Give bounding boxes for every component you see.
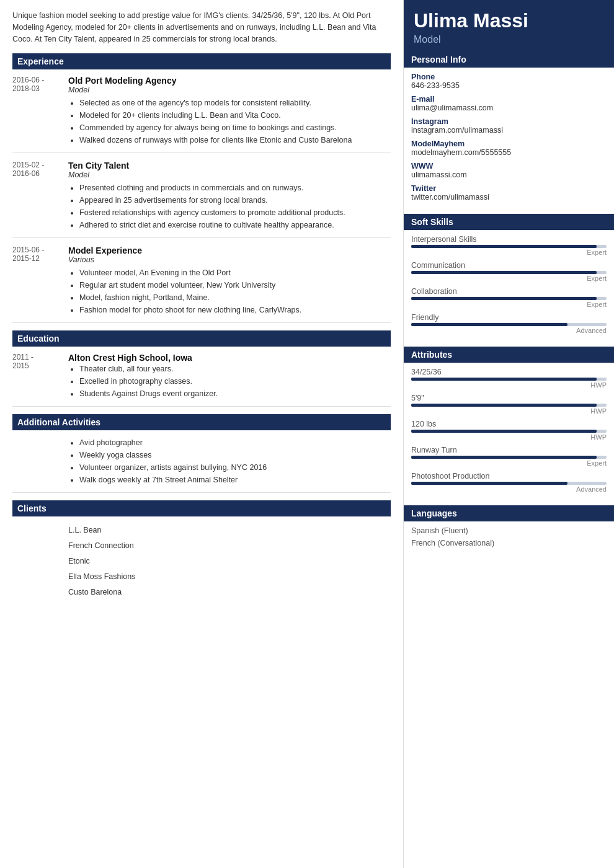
attribute-item: Photoshoot Production Advanced [411, 472, 607, 493]
lang-name: Spanish (Fluent) [411, 526, 607, 535]
attr-bar-fill [411, 404, 597, 407]
skill-bar-bg [411, 323, 607, 326]
skill-level-label: Expert [411, 275, 607, 282]
skill-bar-bg [411, 297, 607, 300]
exp-bullets: Selected as one of the agency's top mode… [68, 97, 391, 146]
full-name: Ulima Massi [414, 10, 604, 32]
exp-content: Ten City Talent Model Presented clothing… [68, 161, 391, 231]
bullet-item: Students Against Drugs event organizer. [79, 388, 391, 400]
activity-item: Walk dogs weekly at 7th Street Animal Sh… [79, 474, 391, 486]
attr-level-label: HWP [411, 433, 607, 441]
language-item: French (Conversational) [411, 539, 607, 547]
language-item: Spanish (Fluent) [411, 526, 607, 535]
bullet-item: Fostered relationships with agency custo… [79, 206, 391, 219]
attr-level-label: HWP [411, 381, 607, 389]
languages-header: Languages [404, 505, 614, 521]
exp-dates: 2015-02 -2016-06 [12, 161, 68, 231]
experience-item: 2015-06 -2015-12 Model Experience Variou… [12, 246, 391, 323]
attr-name: Photoshoot Production [411, 472, 607, 480]
right-header: Ulima Massi Model [404, 0, 614, 51]
contact-label: ModelMayhem [411, 140, 607, 148]
skill-bar-bg [411, 271, 607, 274]
bullet-item: Modeled for 20+ clients including L.L. B… [79, 109, 391, 122]
contact-item: Twitter twitter.com/ulimamassi [411, 184, 607, 202]
activities-section: Additional Activities Avid photographerW… [12, 414, 391, 493]
bullet-item: Appeared in 25 advertisements for strong… [79, 194, 391, 206]
skill-name: Friendly [411, 313, 607, 322]
bullet-item: Excelled in photography classes. [79, 375, 391, 388]
edu-bullets: Theater club, all four years.Excelled in… [68, 363, 391, 400]
client-item: Ella Moss Fashions [68, 569, 391, 585]
job-title: Model [414, 34, 604, 45]
attr-bar-fill [411, 378, 597, 381]
attr-bar-fill [411, 456, 597, 459]
exp-bullets: Volunteer model, An Evening in the Old P… [68, 267, 391, 316]
left-column: Unique fashion model seeking to add pres… [0, 0, 403, 868]
exp-title: Model [68, 86, 391, 94]
experience-item: 2016-06 -2018-03 Old Port Modeling Agenc… [12, 76, 391, 153]
edu-content: Alton Crest High School, Iowa Theater cl… [68, 353, 391, 400]
soft-skills-header: Soft Skills [404, 214, 614, 230]
exp-company: Ten City Talent [68, 161, 391, 170]
skill-bar-fill [411, 271, 597, 274]
exp-company: Old Port Modeling Agency [68, 76, 391, 86]
bullet-item: Volunteer model, An Evening in the Old P… [79, 267, 391, 279]
exp-bullets: Presented clothing and products in comme… [68, 182, 391, 231]
education-header: Education [12, 330, 391, 347]
client-item: French Connection [68, 538, 391, 554]
exp-title: Model [68, 170, 391, 179]
attr-level-label: Advanced [411, 485, 607, 493]
education-item: 2011 -2015 Alton Crest High School, Iowa… [12, 353, 391, 407]
education-section: Education 2011 -2015 Alton Crest High Sc… [12, 330, 391, 407]
attributes-header: Attributes [404, 347, 614, 363]
bullet-item: Selected as one of the agency's top mode… [79, 97, 391, 109]
activities-header: Additional Activities [12, 414, 391, 430]
bullet-item: Fashion model for photo shoot for new cl… [79, 304, 391, 316]
attr-bar-fill [411, 430, 597, 433]
experience-header: Experience [12, 53, 391, 69]
attr-name: 120 lbs [411, 420, 607, 428]
attr-bar-bg [411, 430, 607, 433]
contact-item: WWW ulimamassi.com [411, 162, 607, 179]
skill-item: Communication Expert [411, 261, 607, 282]
bullet-item: Walked dozens of runways with poise for … [79, 134, 391, 146]
skill-bar-fill [411, 323, 567, 326]
skill-item: Friendly Advanced [411, 313, 607, 334]
contact-value: ulima@ulimamassi.com [411, 104, 607, 112]
clients-header: Clients [12, 500, 391, 516]
contact-item: Instagram instagram.com/ulimamassi [411, 117, 607, 135]
experience-item: 2015-02 -2016-06 Ten City Talent Model P… [12, 161, 391, 238]
attr-bar-bg [411, 456, 607, 459]
activity-item: Weekly yoga classes [79, 449, 391, 461]
clients-section: Clients L.L. BeanFrench ConnectionEtonic… [12, 500, 391, 600]
exp-content: Model Experience Various Volunteer model… [68, 246, 391, 316]
skill-bar-bg [411, 245, 607, 248]
personal-info-header: Personal Info [404, 51, 614, 68]
attributes-section: Attributes 34/25/36 HWP 5'9" HWP 120 lbs… [404, 347, 614, 504]
attribute-item: Runway Turn Expert [411, 446, 607, 467]
bullet-item: Theater club, all four years. [79, 363, 391, 375]
skill-level-label: Advanced [411, 327, 607, 334]
attr-bar-fill [411, 482, 567, 485]
bullet-item: Presented clothing and products in comme… [79, 182, 391, 194]
skill-item: Collaboration Expert [411, 287, 607, 308]
bullet-item: Regular art student model volunteer, New… [79, 279, 391, 291]
bullet-item: Commended by agency for always being on … [79, 122, 391, 134]
contact-label: Instagram [411, 117, 607, 126]
contact-value: instagram.com/ulimamassi [411, 126, 607, 135]
skill-bar-fill [411, 245, 597, 248]
contact-value: 646-233-9535 [411, 81, 607, 90]
exp-title: Various [68, 255, 391, 264]
contact-value: ulimamassi.com [411, 170, 607, 179]
attr-bar-bg [411, 482, 607, 485]
soft-skills-section: Soft Skills Interpersonal Skills Expert … [404, 214, 614, 345]
skill-level-label: Expert [411, 301, 607, 308]
contact-label: WWW [411, 162, 607, 170]
right-column: Ulima Massi Model Personal Info Phone 64… [403, 0, 614, 868]
attribute-item: 34/25/36 HWP [411, 368, 607, 389]
contact-value: modelmayhem.com/5555555 [411, 148, 607, 157]
personal-info-section: Personal Info Phone 646-233-9535 E-mail … [404, 51, 614, 213]
attr-name: 5'9" [411, 394, 607, 402]
resume-page: Unique fashion model seeking to add pres… [0, 0, 614, 868]
contact-item: ModelMayhem modelmayhem.com/5555555 [411, 140, 607, 157]
